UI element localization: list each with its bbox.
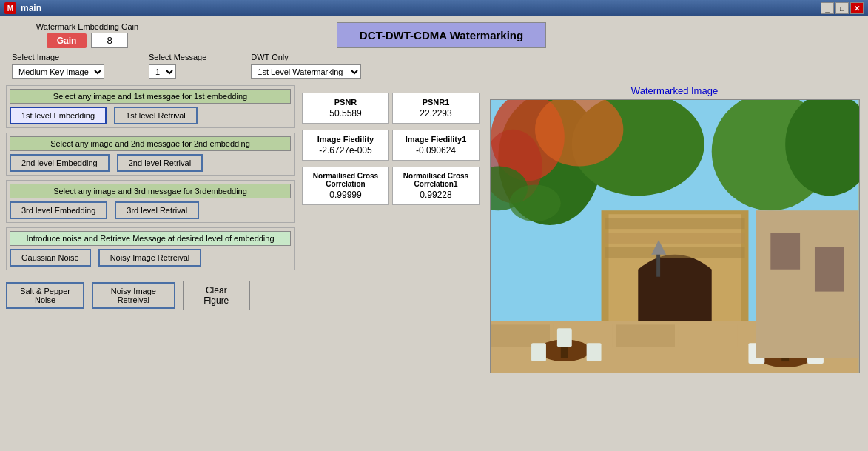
svg-point-31	[509, 184, 561, 221]
salt-pepper-btn[interactable]: Salt & Pepper Noise	[6, 282, 84, 309]
dwt-only-group: DWT Only 1st Level Watermarking 2nd Leve…	[251, 53, 361, 79]
psnr-box: PSNR 50.5589	[302, 93, 389, 124]
gaussian-noise-btn[interactable]: Gaussian Noise	[10, 249, 91, 267]
section1-retrival-btn[interactable]: 1st level Retrival	[114, 107, 198, 124]
svg-rect-18	[616, 324, 675, 347]
section3-title: Select any image and 3rd messgae for 3rd…	[10, 184, 291, 198]
image-svg	[491, 100, 859, 373]
ncc-value: 0.99999	[329, 190, 361, 200]
clear-figure-btn[interactable]: Clear Figure	[183, 281, 250, 310]
select-message-group: Select Message 1 2 3	[149, 53, 206, 79]
select-image-label: Select Image	[12, 53, 59, 61]
section2-embed-btn[interactable]: 2nd level Embedding	[10, 154, 110, 172]
fidelity1-box: Image Fiedility1 -0.090624	[392, 130, 480, 161]
psnr-row: PSNR 50.5589 PSNR1 22.2293	[302, 93, 480, 124]
window-icon: M	[4, 2, 16, 14]
section3-box: Select any image and 3rd messgae for 3rd…	[6, 180, 295, 223]
ncc1-value: 0.99228	[420, 190, 451, 200]
noise-section: Introduce noise and Retrieve Message at …	[6, 227, 295, 270]
title-bar: M main _ □ ✕	[0, 0, 868, 16]
select-image-group: Select Image Medium Key Image Low Key Im…	[12, 53, 104, 79]
fidelity1-label: Image Fiedility1	[406, 135, 467, 144]
section2-box: Select any image and 2nd messgae for 2nd…	[6, 133, 295, 176]
minimize-button[interactable]: _	[821, 2, 834, 14]
dwt-only-dropdown[interactable]: 1st Level Watermarking 2nd Level Waterma…	[251, 64, 361, 79]
fidelity-value: -2.6727e-005	[319, 145, 371, 156]
watermarked-title: Watermarked Image	[631, 85, 718, 96]
section3-embed-btn[interactable]: 3rd level Embedding	[10, 201, 107, 219]
gain-button[interactable]: Gain	[47, 33, 87, 48]
psnr-value: 50.5589	[329, 108, 361, 118]
body-area: Select any image and 1st messgae for 1st…	[6, 85, 862, 445]
select-image-dropdown[interactable]: Medium Key Image Low Key Image High Key …	[12, 64, 104, 79]
section2-retrival-btn[interactable]: 2nd level Retrival	[117, 154, 203, 172]
svg-rect-11	[605, 233, 744, 244]
gain-section-label: Watermark Embedding Gain	[36, 22, 138, 31]
psnr1-label: PSNR1	[423, 98, 450, 107]
svg-rect-22	[531, 343, 546, 361]
psnr-label: PSNR	[334, 98, 357, 107]
svg-rect-10	[605, 218, 744, 229]
psnr1-value: 22.2293	[420, 108, 451, 118]
noise-title: Introduce noise and Retrieve Message at …	[10, 231, 291, 246]
svg-rect-23	[586, 343, 601, 361]
ncc-row: Normailised Cross Correlation 0.99999 No…	[302, 167, 480, 205]
section1-box: Select any image and 1st messgae for 1st…	[6, 85, 295, 128]
svg-rect-24	[556, 328, 571, 347]
main-content: Watermark Embedding Gain Gain DCT-DWT-CD…	[0, 16, 868, 451]
fidelity-row: Image Fiedility -2.6727e-005 Image Fiedi…	[302, 130, 480, 161]
fidelity-box: Image Fiedility -2.6727e-005	[302, 130, 389, 161]
watermarked-image	[490, 99, 860, 373]
section2-title: Select any image and 2nd messgae for 2nd…	[10, 136, 291, 151]
svg-rect-12	[605, 247, 744, 258]
ncc1-label: Normailised Cross Correlation1	[399, 172, 473, 188]
psnr1-box: PSNR1 22.2293	[392, 93, 480, 124]
window-controls: _ □ ✕	[821, 2, 864, 14]
middle-panel: PSNR 50.5589 PSNR1 22.2293 Image Fiedili…	[302, 85, 480, 445]
svg-rect-19	[678, 324, 737, 347]
svg-rect-36	[814, 247, 844, 292]
fidelity1-value: -0.090624	[416, 145, 456, 156]
noisy-retrieval-btn1[interactable]: Noisy Image Retreival	[98, 249, 202, 267]
section1-embed-btn[interactable]: 1st level Embedding	[10, 107, 107, 124]
noisy-retrieval-btn2[interactable]: Noisy Image Retreival	[92, 282, 175, 309]
maximize-button[interactable]: □	[835, 2, 849, 14]
close-button[interactable]: ✕	[850, 2, 864, 14]
select-message-label: Select Message	[149, 53, 206, 61]
right-panel: Watermarked Image	[487, 85, 862, 445]
ncc-box: Normailised Cross Correlation 0.99999	[302, 167, 389, 205]
gain-input[interactable]	[91, 33, 128, 48]
dwt-only-label: DWT Only	[251, 53, 289, 61]
svg-rect-35	[770, 233, 800, 270]
ncc-label: Normailised Cross Correlation	[309, 172, 383, 188]
select-row: Select Image Medium Key Image Low Key Im…	[12, 53, 862, 79]
window-title: main	[21, 3, 41, 13]
select-message-dropdown[interactable]: 1 2 3	[149, 64, 176, 79]
left-panel: Select any image and 1st messgae for 1st…	[6, 85, 295, 445]
app-title: DCT-DWT-CDMA Watermarking	[337, 22, 546, 48]
bottom-btn-row: Salt & Pepper Noise Noisy Image Retreiva…	[6, 281, 295, 310]
section3-retrival-btn[interactable]: 3rd level Retrival	[115, 201, 199, 219]
ncc1-box: Normailised Cross Correlation1 0.99228	[392, 167, 480, 205]
section1-title: Select any image and 1st messgae for 1st…	[10, 89, 291, 104]
fidelity-label: Image Fiedility	[317, 135, 374, 144]
